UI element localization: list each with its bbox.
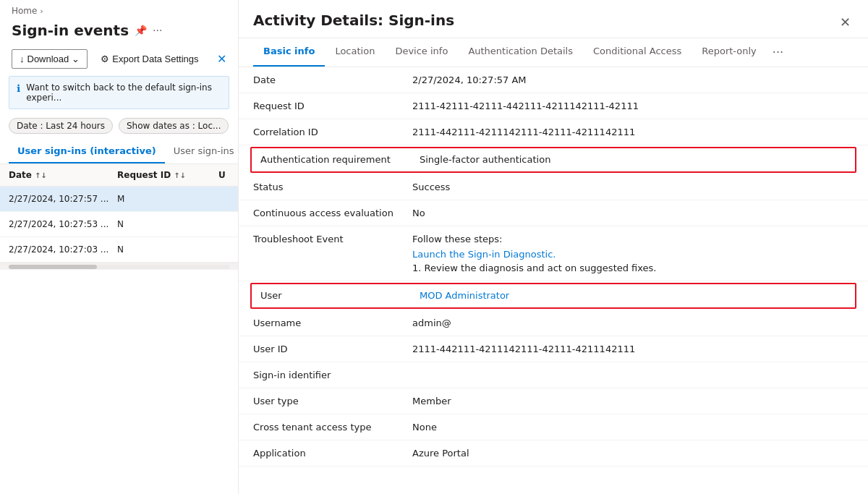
- value-auth-requirement: Single-factor authentication: [420, 154, 846, 165]
- label-user: User: [260, 290, 420, 301]
- cell-date-0: 2/27/2024, 10:27:57 ...: [9, 194, 117, 204]
- table-rows: 2/27/2024, 10:27:57 ... M 2/27/2024, 10:…: [0, 187, 238, 263]
- cell-reqid-0: M: [117, 194, 218, 204]
- col-u-header: U: [218, 170, 229, 180]
- value-request-id: 2111-42111-42111-442111-4211142111-42111: [412, 101, 854, 111]
- col-date-header: Date ↑↓: [9, 170, 117, 180]
- tab-more-icon[interactable]: ···: [767, 38, 789, 67]
- cell-reqid-2: N: [117, 244, 218, 255]
- value-application: Azure Portal: [412, 448, 854, 459]
- cell-reqid-1: N: [117, 219, 218, 229]
- field-user-type: User type Member: [239, 388, 868, 414]
- export-label: Export Data Settings: [112, 54, 198, 64]
- value-user-type: Member: [412, 396, 854, 406]
- close-filter-button[interactable]: ✕: [217, 52, 226, 66]
- tab-conditional-access[interactable]: Conditional Access: [583, 38, 692, 67]
- scrollbar-thumb[interactable]: [9, 265, 97, 269]
- value-correlation-id: 2111-442111-4211142111-42111-4211142111: [412, 127, 854, 137]
- label-user-type: User type: [253, 396, 412, 406]
- table-header: Date ↑↓ Request ID ↑↓ U: [0, 164, 238, 187]
- panel-more-icon[interactable]: ···: [153, 25, 162, 36]
- table-row[interactable]: 2/27/2024, 10:27:53 ... N: [0, 212, 238, 237]
- launch-diagnostic-link[interactable]: Launch the Sign-in Diagnostic.: [412, 249, 854, 260]
- label-request-id: Request ID: [253, 101, 412, 111]
- label-username: Username: [253, 318, 412, 328]
- show-dates-pill[interactable]: Show dates as : Loc...: [119, 118, 229, 134]
- field-signin-identifier: Sign-in identifier: [239, 362, 868, 388]
- tab-authentication-details[interactable]: Authentication Details: [458, 38, 583, 67]
- table-row[interactable]: 2/27/2024, 10:27:03 ... N: [0, 237, 238, 263]
- label-auth-requirement: Authentication requirement: [260, 154, 420, 165]
- export-data-settings-button[interactable]: ⚙ Export Data Settings: [93, 50, 205, 68]
- download-label: Download: [27, 54, 69, 64]
- date-filter-pill[interactable]: Date : Last 24 hours: [9, 118, 113, 134]
- sort-date-icon[interactable]: ↑↓: [35, 171, 47, 179]
- tab-location[interactable]: Location: [325, 38, 385, 67]
- sort-reqid-icon[interactable]: ↑↓: [174, 171, 186, 179]
- label-user-id: User ID: [253, 344, 412, 354]
- value-user-id: 2111-442111-4211142111-42111-4211142111: [412, 344, 854, 354]
- value-date: 2/27/2024, 10:27:57 AM: [412, 74, 854, 85]
- value-continuous-access: No: [412, 208, 854, 218]
- filter-bar: Date : Last 24 hours Show dates as : Loc…: [0, 112, 238, 140]
- value-status: Success: [412, 182, 854, 192]
- cell-date-1: 2/27/2024, 10:27:53 ...: [9, 219, 117, 229]
- breadcrumb-home[interactable]: Home: [12, 6, 37, 16]
- left-panel: Home › Sign-in events 📌 ··· ↓ Download ⌄…: [0, 0, 239, 494]
- tab-noninteractive[interactable]: User sign-ins (non...: [165, 140, 239, 163]
- label-status: Status: [253, 182, 412, 192]
- tab-device-info[interactable]: Device info: [385, 38, 458, 67]
- value-username: admin@: [412, 318, 854, 328]
- info-table: Date 2/27/2024, 10:27:57 AM Request ID 2…: [239, 67, 868, 467]
- tab-basic-info[interactable]: Basic info: [253, 38, 325, 67]
- dialog-content: Date 2/27/2024, 10:27:57 AM Request ID 2…: [239, 67, 868, 494]
- field-request-id: Request ID 2111-42111-42111-442111-42111…: [239, 93, 868, 119]
- label-troubleshoot: Troubleshoot Event: [253, 234, 412, 244]
- field-troubleshoot: Troubleshoot Event Follow these steps: L…: [239, 226, 868, 281]
- label-continuous-access: Continuous access evaluation: [253, 208, 412, 218]
- download-icon: ↓: [20, 54, 25, 64]
- troubleshoot-follow-text: Follow these steps:: [412, 234, 854, 244]
- troubleshoot-step: 1. Review the diagnosis and act on sugge…: [412, 263, 854, 273]
- breadcrumb: Home ›: [0, 0, 238, 19]
- label-signin-identifier: Sign-in identifier: [253, 370, 412, 380]
- field-cross-tenant: Cross tenant access type None: [239, 414, 868, 440]
- field-continuous-access: Continuous access evaluation No: [239, 200, 868, 226]
- info-banner: ℹ Want to switch back to the default sig…: [9, 76, 229, 109]
- horizontal-scrollbar[interactable]: [0, 263, 238, 270]
- dialog-title: Activity Details: Sign-ins: [253, 12, 454, 38]
- label-date: Date: [253, 74, 412, 85]
- close-button[interactable]: ✕: [837, 12, 854, 33]
- tab-interactive[interactable]: User sign-ins (interactive): [9, 140, 165, 163]
- info-banner-text: Want to switch back to the default sign-…: [26, 82, 221, 103]
- cell-date-2: 2/27/2024, 10:27:03 ...: [9, 244, 117, 255]
- breadcrumb-chevron: ›: [40, 7, 43, 15]
- panel-header: Sign-in events 📌 ···: [0, 19, 238, 45]
- field-application: Application Azure Portal: [239, 440, 868, 467]
- field-username: Username admin@: [239, 310, 868, 336]
- dialog-header: Activity Details: Sign-ins ✕: [239, 0, 868, 38]
- panel-title: Sign-in events: [12, 22, 129, 39]
- scrollbar-track: [9, 265, 229, 269]
- field-user-id: User ID 2111-442111-4211142111-42111-421…: [239, 336, 868, 362]
- troubleshoot-block: Follow these steps: Launch the Sign-in D…: [412, 234, 854, 273]
- value-user[interactable]: MOD Administrator: [420, 290, 846, 301]
- field-status: Status Success: [239, 174, 868, 200]
- dialog-tabs: Basic info Location Device info Authenti…: [239, 38, 868, 67]
- field-auth-requirement: Authentication requirement Single-factor…: [250, 147, 856, 173]
- sign-in-tabs: User sign-ins (interactive) User sign-in…: [0, 140, 238, 164]
- table-row[interactable]: 2/27/2024, 10:27:57 ... M: [0, 187, 238, 212]
- field-correlation-id: Correlation ID 2111-442111-4211142111-42…: [239, 119, 868, 145]
- download-chevron-icon: ⌄: [72, 54, 80, 64]
- label-correlation-id: Correlation ID: [253, 127, 412, 137]
- tab-report-only[interactable]: Report-only: [692, 38, 767, 67]
- label-application: Application: [253, 448, 412, 459]
- col-reqid-header: Request ID ↑↓: [117, 170, 218, 180]
- download-button[interactable]: ↓ Download ⌄: [12, 49, 88, 69]
- value-cross-tenant: None: [412, 422, 854, 433]
- pin-icon[interactable]: 📌: [135, 25, 147, 36]
- info-icon: ℹ: [17, 82, 20, 94]
- toolbar: ↓ Download ⌄ ⚙ Export Data Settings ✕: [0, 45, 238, 73]
- label-cross-tenant: Cross tenant access type: [253, 422, 412, 433]
- export-gear-icon: ⚙: [101, 54, 109, 64]
